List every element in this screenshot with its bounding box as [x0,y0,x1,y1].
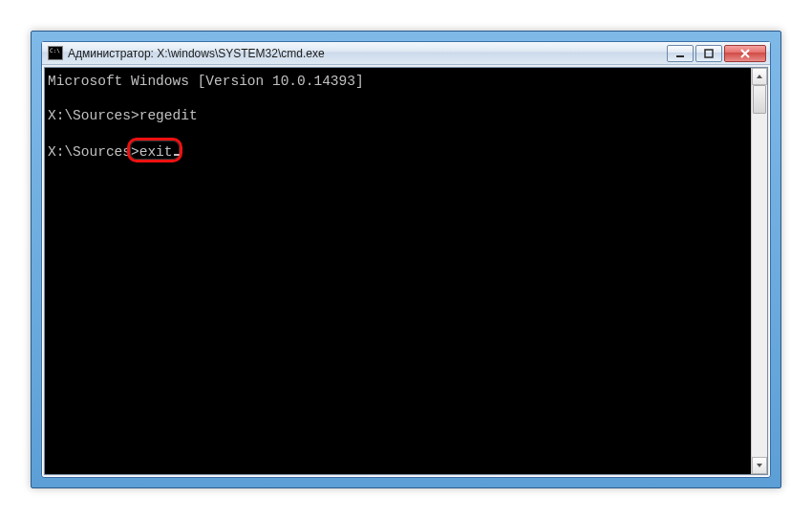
terminal-line [48,90,764,107]
cmd-icon [48,46,63,60]
window-title: Администратор: X:\windows\SYSTEM32\cmd.e… [68,47,667,60]
terminal-line [48,124,764,141]
svg-rect-1 [705,50,713,57]
maximize-button[interactable] [695,45,722,62]
prompt: X:\Sources> [48,144,139,160]
scroll-track[interactable] [752,85,767,457]
scroll-down-button[interactable] [752,457,767,474]
terminal-line: X:\Sources>exit [48,141,764,159]
command-text: regedit [139,108,198,123]
terminal-content[interactable]: Microsoft Windows [Version 10.0.14393]X:… [45,68,767,474]
svg-rect-0 [676,55,684,57]
terminal-line: Microsoft Windows [Version 10.0.14393] [48,73,764,90]
minimize-button[interactable] [667,45,694,62]
cmd-window: Администратор: X:\windows\SYSTEM32\cmd.e… [41,41,771,478]
outer-frame: Администратор: X:\windows\SYSTEM32\cmd.e… [31,31,781,488]
terminal-line: X:\Sources>regedit [48,107,764,124]
scrollbar[interactable] [751,68,767,474]
titlebar[interactable]: Администратор: X:\windows\SYSTEM32\cmd.e… [42,42,770,65]
terminal-client-area[interactable]: Microsoft Windows [Version 10.0.14393]X:… [44,67,768,475]
scroll-thumb[interactable] [753,85,766,114]
close-button[interactable] [724,45,766,62]
command-text: exit [139,144,173,160]
prompt: X:\Sources> [48,108,139,123]
scroll-up-button[interactable] [752,68,767,85]
window-controls [667,45,766,62]
cursor [174,141,182,156]
